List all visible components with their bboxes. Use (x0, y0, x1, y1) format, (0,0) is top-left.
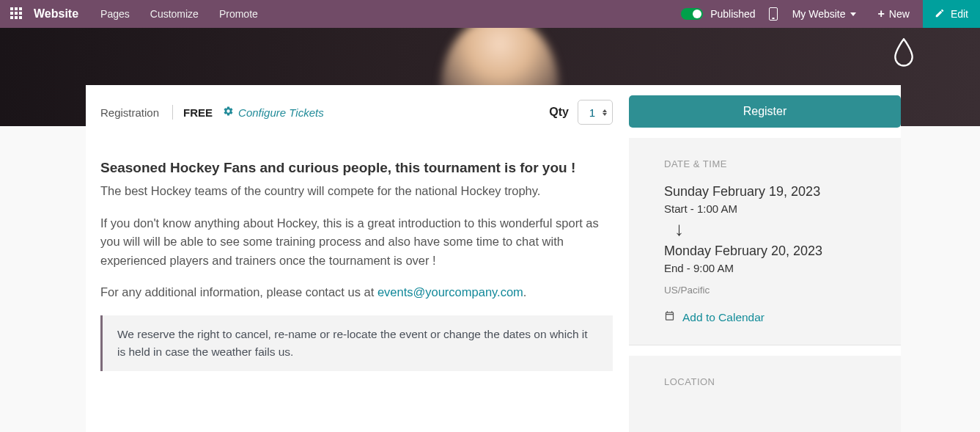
chevron-down-icon (850, 12, 856, 16)
contact-paragraph: For any additional information, please c… (100, 283, 613, 302)
plus-icon: + (878, 7, 885, 21)
qty-select[interactable]: 1 (578, 100, 613, 125)
pencil-icon (935, 8, 945, 21)
contact-pre: For any additional information, please c… (100, 285, 377, 299)
published-label: Published (710, 8, 756, 20)
start-time: Start - 1:00 AM (664, 202, 880, 215)
apps-grid-icon[interactable] (10, 7, 23, 21)
caret-down-icon (603, 113, 607, 116)
start-date: Sunday February 19, 2023 (664, 184, 880, 199)
location-heading: LOCATION (664, 376, 880, 387)
caret-up-icon (603, 109, 607, 112)
qty-wrap: Qty 1 (549, 100, 613, 125)
calendar-icon (664, 310, 675, 324)
spinner-icons (603, 109, 607, 116)
date-time-heading: DATE & TIME (664, 158, 880, 169)
intro-paragraph-2: If you don't know anything about Hockey,… (100, 214, 613, 271)
menu-pages[interactable]: Pages (100, 8, 130, 20)
location-section: LOCATION (629, 356, 901, 432)
timezone: US/Pacific (664, 285, 880, 296)
headline: Seasoned Hockey Fans and curious people,… (100, 160, 613, 176)
end-time: End - 9:00 AM (664, 262, 880, 274)
edit-label: Edit (951, 8, 968, 20)
register-button[interactable]: Register (629, 95, 901, 128)
top-bar: Website Pages Customize Promote Publishe… (0, 0, 980, 28)
edit-button[interactable]: Edit (923, 0, 980, 28)
main-column: Registration FREE Configure Tickets Qty … (86, 85, 629, 432)
contact-post: . (523, 285, 527, 299)
configure-tickets-link[interactable]: Configure Tickets (223, 106, 324, 119)
theme-drop-icon[interactable] (894, 38, 914, 67)
my-website-dropdown[interactable]: My Website (792, 8, 856, 20)
contact-email-link[interactable]: events@yourcompany.com (377, 285, 523, 299)
qty-value: 1 (589, 106, 595, 119)
published-toggle[interactable] (681, 8, 703, 20)
divider (172, 105, 173, 120)
disclaimer-box: We reserve the right to cancel, re-name … (100, 315, 613, 371)
top-bar-right: Published My Website + New Edit (681, 0, 980, 28)
price-free: FREE (183, 106, 213, 119)
add-to-calendar-link[interactable]: Add to Calendar (664, 310, 880, 324)
arrow-down-icon: ↓ (674, 218, 880, 241)
configure-tickets-label: Configure Tickets (238, 106, 324, 119)
registration-label: Registration (100, 106, 159, 119)
date-time-section: DATE & TIME Sunday February 19, 2023 Sta… (629, 138, 901, 345)
page-container: Registration FREE Configure Tickets Qty … (86, 85, 901, 432)
qty-label: Qty (549, 106, 569, 119)
my-website-label: My Website (792, 8, 846, 20)
top-bar-left: Website Pages Customize Promote (0, 7, 681, 21)
gear-icon (223, 106, 234, 119)
registration-row: Registration FREE Configure Tickets Qty … (100, 100, 613, 135)
mobile-preview-icon[interactable] (769, 7, 778, 21)
end-date: Monday February 20, 2023 (664, 244, 880, 259)
intro-paragraph-1: The best Hockey teams of the country wil… (100, 182, 613, 201)
sidebar: Register DATE & TIME Sunday February 19,… (629, 85, 901, 432)
new-label: New (889, 8, 910, 20)
add-to-calendar-label: Add to Calendar (682, 311, 765, 324)
new-button[interactable]: + New (871, 0, 917, 28)
app-brand[interactable]: Website (34, 7, 78, 21)
menu-customize[interactable]: Customize (150, 8, 199, 20)
menu-promote[interactable]: Promote (219, 8, 258, 20)
